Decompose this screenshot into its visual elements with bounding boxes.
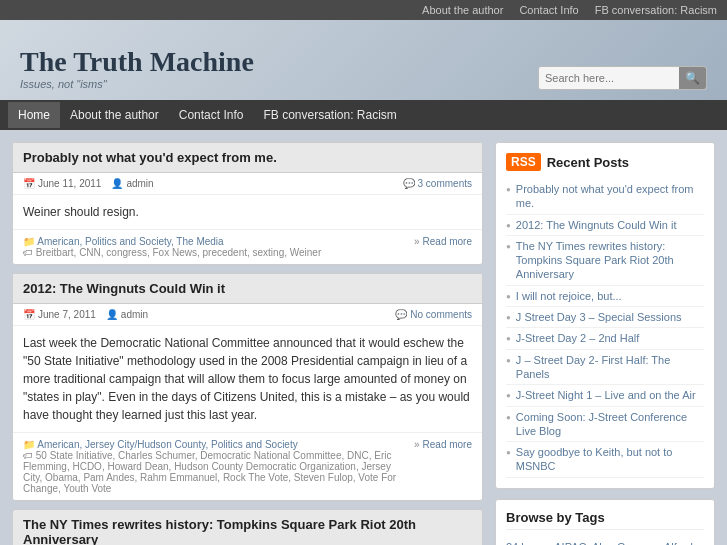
bullet-icon: ●	[506, 185, 511, 195]
site-branding: The Truth Machine Issues, not "isms"	[20, 46, 254, 90]
search-box[interactable]: 🔍	[538, 66, 707, 90]
nav-contact[interactable]: Contact Info	[169, 102, 254, 128]
article-2-read-more[interactable]: » Read more	[404, 439, 472, 450]
list-item[interactable]: ●Probably not what you'd expect from me.	[506, 179, 704, 215]
list-item[interactable]: ●J-Street Day 2 – 2nd Half	[506, 328, 704, 349]
article-1-meta: 📅 June 11, 2011 👤 admin 💬 3 comments	[13, 173, 482, 195]
bullet-icon: ●	[506, 221, 511, 231]
bullet-icon: ●	[506, 356, 511, 366]
bullet-icon: ●	[506, 242, 511, 252]
article-1-comments[interactable]: 💬 3 comments	[403, 178, 472, 189]
article-2-author: 👤 admin	[106, 309, 148, 320]
site-tagline: Issues, not "isms"	[20, 78, 254, 90]
content-wrapper: Probably not what you'd expect from me. …	[0, 130, 727, 545]
list-item[interactable]: ●I will not rejoice, but...	[506, 286, 704, 307]
comment-icon-2: 💬	[395, 309, 407, 320]
tags-cloud: 24 hours AIPAC Alan Grayson Alfred Nobel…	[506, 538, 704, 545]
top-nav-contact[interactable]: Contact Info	[519, 4, 578, 16]
main-content: Probably not what you'd expect from me. …	[12, 142, 483, 545]
nav-about[interactable]: About the author	[60, 102, 169, 128]
article-3-title[interactable]: The NY Times rewrites history: Tompkins …	[23, 517, 472, 545]
tag-icon: 🏷	[23, 247, 33, 258]
list-item[interactable]: ●J-Street Night 1 – Live and on the Air	[506, 385, 704, 406]
article-1-title-bar: Probably not what you'd expect from me.	[13, 143, 482, 173]
sidebar: RSS Recent Posts ●Probably not what you'…	[495, 142, 715, 545]
article-card-1: Probably not what you'd expect from me. …	[12, 142, 483, 265]
arrow-icon-2: »	[414, 439, 420, 450]
article-1-title[interactable]: Probably not what you'd expect from me.	[23, 150, 472, 165]
article-1-date: 📅 June 11, 2011	[23, 178, 101, 189]
sidebar-tags: Browse by Tags 24 hours AIPAC Alan Grays…	[495, 499, 715, 545]
article-1-footer: 📁 American, Politics and Society, The Me…	[13, 229, 482, 264]
rss-icon: RSS	[506, 153, 541, 171]
top-nav-fb[interactable]: FB conversation: Racism	[595, 4, 717, 16]
list-item[interactable]: ●J Street Day 3 – Special Sessions	[506, 307, 704, 328]
nav-fb[interactable]: FB conversation: Racism	[253, 102, 406, 128]
sidebar-recent-posts: RSS Recent Posts ●Probably not what you'…	[495, 142, 715, 489]
article-1-cats-tags: 📁 American, Politics and Society, The Me…	[23, 236, 404, 258]
article-1-tags: 🏷 Breitbart, CNN, congress, Fox News, pr…	[23, 247, 404, 258]
tag-24hours[interactable]: 24 hours	[506, 541, 549, 545]
calendar-icon-2: 📅	[23, 309, 35, 320]
rss-header: RSS Recent Posts	[506, 153, 704, 171]
top-nav: About the author Contact Info FB convers…	[0, 0, 727, 20]
tag-aipac[interactable]: AIPAC	[554, 541, 586, 545]
article-3-title-bar: The NY Times rewrites history: Tompkins …	[13, 510, 482, 545]
recent-posts-title: Recent Posts	[547, 155, 629, 170]
arrow-icon: »	[414, 236, 420, 247]
bullet-icon: ●	[506, 292, 511, 302]
user-icon: 👤	[111, 178, 123, 189]
bullet-icon: ●	[506, 313, 511, 323]
list-item[interactable]: ●J – Street Day 2- First Half: The Panel…	[506, 350, 704, 386]
user-icon-2: 👤	[106, 309, 118, 320]
tag-alan[interactable]: Alan Grayson	[592, 541, 659, 545]
article-2-footer: 📁 American, Jersey City/Hudson County, P…	[13, 432, 482, 500]
recent-posts-list: ●Probably not what you'd expect from me.…	[506, 179, 704, 478]
article-2-title-bar: 2012: The Wingnuts Could Win it	[13, 274, 482, 304]
search-button[interactable]: 🔍	[679, 66, 706, 90]
article-1-body: Weiner should resign.	[13, 195, 482, 229]
article-card-2: 2012: The Wingnuts Could Win it 📅 June 7…	[12, 273, 483, 501]
article-2-title[interactable]: 2012: The Wingnuts Could Win it	[23, 281, 472, 296]
tag-icon-2: 🏷	[23, 450, 33, 461]
bullet-icon: ●	[506, 448, 511, 458]
comment-icon: 💬	[403, 178, 415, 189]
search-input[interactable]	[539, 70, 679, 86]
article-2-tags: 🏷 50 State Initiative, Charles Schumer, …	[23, 450, 404, 494]
bullet-icon: ●	[506, 334, 511, 344]
bullet-icon: ●	[506, 413, 511, 423]
article-2-categories: 📁 American, Jersey City/Hudson County, P…	[23, 439, 404, 450]
bullet-icon: ●	[506, 391, 511, 401]
calendar-icon: 📅	[23, 178, 35, 189]
list-item[interactable]: ●2012: The Wingnuts Could Win it	[506, 215, 704, 236]
article-card-3: The NY Times rewrites history: Tompkins …	[12, 509, 483, 545]
list-item[interactable]: ●The NY Times rewrites history: Tompkins…	[506, 236, 704, 286]
article-2-cats-tags: 📁 American, Jersey City/Hudson County, P…	[23, 439, 404, 494]
folder-icon: 📁	[23, 236, 35, 247]
tags-title: Browse by Tags	[506, 510, 704, 530]
article-2-meta: 📅 June 7, 2011 👤 admin 💬 No comments	[13, 304, 482, 326]
article-2-date: 📅 June 7, 2011	[23, 309, 96, 320]
main-nav: Home About the author Contact Info FB co…	[0, 100, 727, 130]
article-1-read-more[interactable]: » Read more	[404, 236, 472, 247]
list-item[interactable]: ●Coming Soon: J-Street Conference Live B…	[506, 407, 704, 443]
list-item[interactable]: ●Say goodbye to Keith, but not to MSNBC	[506, 442, 704, 478]
article-2-body: Last week the Democratic National Commit…	[13, 326, 482, 432]
top-nav-about[interactable]: About the author	[422, 4, 503, 16]
nav-home[interactable]: Home	[8, 102, 60, 128]
article-2-comments[interactable]: 💬 No comments	[395, 309, 472, 320]
site-header: The Truth Machine Issues, not "isms" 🔍	[0, 20, 727, 100]
article-1-author: 👤 admin	[111, 178, 153, 189]
site-title: The Truth Machine	[20, 46, 254, 78]
folder-icon-2: 📁	[23, 439, 35, 450]
article-1-categories: 📁 American, Politics and Society, The Me…	[23, 236, 404, 247]
